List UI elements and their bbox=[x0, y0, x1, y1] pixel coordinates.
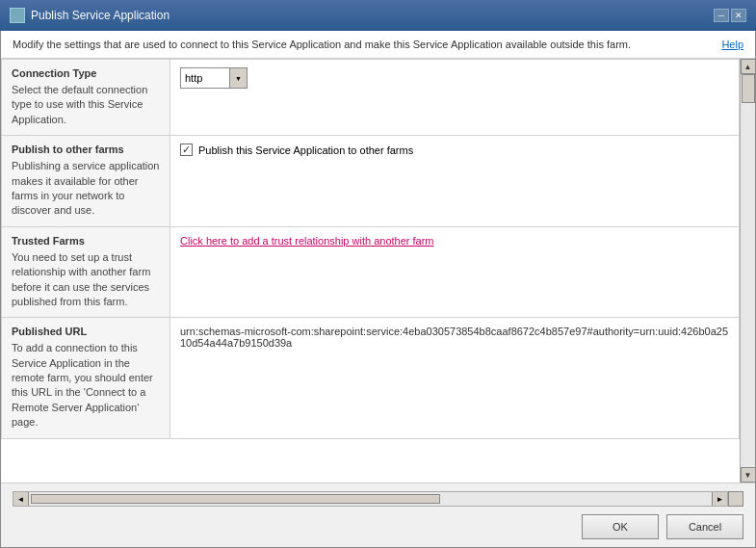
section-desc-publish: Publishing a service application makes i… bbox=[12, 159, 160, 219]
section-title-url: Published URL bbox=[12, 326, 160, 337]
dialog-title: Publish Service Application bbox=[31, 9, 169, 22]
label-cell-publish: Publish to other farms Publishing a serv… bbox=[2, 136, 170, 227]
section-title-publish: Publish to other farms bbox=[12, 144, 160, 155]
label-cell-url: Published URL To add a connection to thi… bbox=[2, 318, 170, 438]
section-desc-trusted: You need to set up a trust relationship … bbox=[12, 250, 160, 310]
scroll-thumb-v[interactable] bbox=[742, 74, 755, 103]
label-cell-connection-type: Connection Type Select the default conne… bbox=[2, 60, 170, 136]
scroll-left-button[interactable]: ◄ bbox=[13, 492, 29, 506]
bottom-bar: ◄ ► OK Cancel bbox=[1, 483, 755, 547]
dropdown-value: http bbox=[181, 70, 229, 86]
section-desc-connection-type: Select the default connection type to us… bbox=[12, 83, 160, 127]
horizontal-scrollbar[interactable]: ◄ ► bbox=[13, 491, 728, 507]
window-controls: ─ ✕ bbox=[714, 9, 746, 22]
description-bar: Modify the settings that are used to con… bbox=[1, 31, 755, 59]
minimize-button[interactable]: ─ bbox=[714, 9, 729, 22]
scroll-right-button[interactable]: ► bbox=[712, 492, 727, 506]
horizontal-scrollbar-row: ◄ ► bbox=[13, 491, 743, 507]
value-cell-connection-type: http ▼ bbox=[170, 60, 740, 136]
cancel-button[interactable]: Cancel bbox=[666, 514, 743, 539]
button-row: OK Cancel bbox=[13, 514, 743, 539]
main-scroll-area[interactable]: Connection Type Select the default conne… bbox=[1, 59, 740, 483]
table-row: Trusted Farms You need to set up a trust… bbox=[2, 226, 740, 318]
publish-checkbox-row: ✓ Publish this Service Application to ot… bbox=[180, 144, 729, 156]
scroll-up-button[interactable]: ▲ bbox=[741, 59, 756, 74]
connection-type-dropdown[interactable]: http ▼ bbox=[180, 67, 248, 89]
scroll-track-v[interactable] bbox=[741, 74, 755, 467]
value-cell-url: urn:schemas-microsoft-com:sharepoint:ser… bbox=[170, 318, 740, 438]
publish-checkbox[interactable]: ✓ bbox=[180, 144, 193, 156]
vertical-scrollbar[interactable]: ▲ ▼ bbox=[740, 59, 755, 483]
app-icon bbox=[10, 8, 25, 23]
section-title-connection-type: Connection Type bbox=[12, 67, 160, 79]
ok-button[interactable]: OK bbox=[582, 514, 659, 539]
section-title-trusted: Trusted Farms bbox=[12, 235, 160, 247]
settings-table: Connection Type Select the default conne… bbox=[1, 59, 740, 439]
value-cell-publish: ✓ Publish this Service Application to ot… bbox=[170, 136, 740, 227]
table-row: Publish to other farms Publishing a serv… bbox=[2, 136, 740, 227]
close-button[interactable]: ✕ bbox=[731, 9, 746, 22]
trust-relationship-link[interactable]: Click here to add a trust relationship w… bbox=[180, 235, 434, 247]
title-bar: Publish Service Application ─ ✕ bbox=[0, 0, 756, 31]
checkbox-label-publish: Publish this Service Application to othe… bbox=[198, 144, 413, 156]
content-area: Connection Type Select the default conne… bbox=[1, 59, 755, 483]
value-cell-trusted: Click here to add a trust relationship w… bbox=[170, 226, 740, 318]
dropdown-arrow-icon[interactable]: ▼ bbox=[229, 68, 247, 88]
scroll-track-h[interactable] bbox=[29, 492, 712, 506]
table-row: Connection Type Select the default conne… bbox=[2, 60, 740, 136]
dialog-body: Modify the settings that are used to con… bbox=[0, 31, 756, 548]
scroll-down-button[interactable]: ▼ bbox=[741, 467, 756, 483]
label-cell-trusted: Trusted Farms You need to set up a trust… bbox=[2, 226, 170, 318]
help-link[interactable]: Help bbox=[721, 39, 743, 50]
table-row: Published URL To add a connection to thi… bbox=[2, 318, 740, 438]
published-url-text: urn:schemas-microsoft-com:sharepoint:ser… bbox=[180, 326, 728, 349]
scrollbar-corner bbox=[728, 491, 743, 507]
description-text: Modify the settings that are used to con… bbox=[13, 39, 631, 50]
scroll-thumb-h[interactable] bbox=[31, 494, 440, 504]
checkbox-mark: ✓ bbox=[182, 144, 191, 156]
section-desc-url: To add a connection to this Service Appl… bbox=[12, 341, 160, 430]
